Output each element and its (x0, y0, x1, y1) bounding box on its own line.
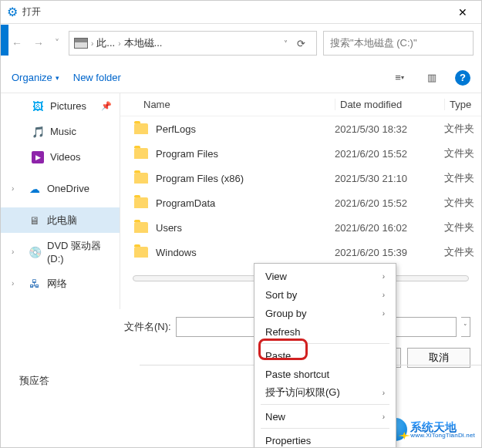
file-row[interactable]: Program Files2021/6/20 15:52文件夹 (120, 141, 481, 166)
nav-back-icon[interactable]: ← (12, 37, 22, 49)
sidebar-item-videos[interactable]: ▶ Videos (1, 144, 120, 170)
chevron-right-icon[interactable]: › (12, 248, 14, 256)
titlebar: ⚙ 打开 ✕ (1, 1, 481, 24)
filename-row: 文件名(N): ˅ (1, 309, 481, 345)
breadcrumb-seg2[interactable]: 本地磁... (124, 36, 163, 50)
organize-menu[interactable]: Organize ▾ (12, 72, 59, 83)
file-date: 2021/5/30 18:32 (335, 123, 444, 135)
chevron-right-icon: › (383, 389, 385, 397)
file-row[interactable]: PerfLogs2021/5/30 18:32文件夹 (120, 116, 481, 141)
sidebar-item-music[interactable]: 🎵 Music (1, 119, 120, 144)
cm-grant-access[interactable]: 授予访问权限(G)› (254, 383, 396, 402)
breadcrumb-seg1[interactable]: 此... (96, 36, 115, 50)
menu-separator (261, 428, 389, 429)
context-menu: View› Sort by› Group by› Refresh Paste P… (254, 263, 396, 448)
file-type: 文件夹 (444, 171, 481, 185)
music-icon: 🎵 (32, 126, 44, 138)
file-row[interactable]: Windows2021/6/20 15:39文件夹 (120, 240, 481, 264)
pin-icon: 📌 (101, 101, 112, 111)
folder-icon (134, 197, 148, 208)
file-name: PerfLogs (156, 123, 335, 135)
chevron-right-icon: › (118, 39, 120, 48)
address-bar[interactable]: › 此... › 本地磁... ˅ ⟳ (69, 31, 317, 56)
file-name: Windows (156, 247, 335, 258)
chevron-right-icon: › (383, 291, 385, 299)
cm-paste-shortcut[interactable]: Paste shortcut (254, 365, 396, 383)
nav-arrows: ← → ˅ (8, 37, 62, 49)
new-folder-button[interactable]: New folder (73, 72, 121, 83)
address-dropdown-icon[interactable]: ˅ (284, 39, 288, 48)
chevron-right-icon[interactable]: › (12, 184, 14, 193)
view-list-icon[interactable]: ≡ ▾ (390, 69, 409, 87)
folder-icon (134, 247, 148, 258)
sidebar-item-dvd[interactable]: › 💿 DVD 驱动器 (D:) (1, 239, 120, 264)
file-type: 文件夹 (444, 147, 481, 160)
file-type: 文件夹 (444, 221, 481, 234)
sidebar-item-network[interactable]: › 🖧 网络 (1, 271, 120, 296)
sidebar-label: Music (50, 126, 76, 137)
file-date: 2021/6/20 16:02 (335, 222, 444, 234)
dvd-icon: 💿 (29, 246, 41, 258)
left-accent-strip (1, 25, 8, 56)
column-date[interactable]: Date modified (335, 99, 444, 110)
cm-sortby[interactable]: Sort by› (254, 285, 396, 304)
sidebar-label: Videos (50, 151, 81, 163)
address-toolbar: ← → ˅ › 此... › 本地磁... ˅ ⟳ 搜索"本地磁盘 (C:)" (1, 24, 481, 62)
dialog-buttons: 打开(O) ▾ 取消 (1, 345, 481, 376)
search-placeholder: 搜索"本地磁盘 (C:)" (330, 36, 417, 50)
file-row[interactable]: Users2021/6/20 16:02文件夹 (120, 215, 481, 240)
chevron-right-icon: › (91, 39, 93, 48)
cm-properties[interactable]: Properties (254, 431, 396, 448)
caret-down-icon: ▾ (56, 74, 59, 82)
sidebar-item-onedrive[interactable]: › ☁ OneDrive (1, 176, 120, 201)
search-input[interactable]: 搜索"本地磁盘 (C:)" (323, 31, 474, 56)
network-icon: 🖧 (29, 278, 41, 290)
watermark-cn: 系统天地 (410, 421, 475, 433)
file-row[interactable]: ProgramData2021/6/20 15:52文件夹 (120, 190, 481, 215)
sidebar: 🖼 Pictures 📌 🎵 Music ▶ Videos › ☁ OneDri… (1, 93, 120, 309)
footer-hint: 预应答 (19, 374, 49, 388)
watermark: 系统天地 www.XiTongTianDi.net (384, 418, 475, 441)
help-icon[interactable]: ? (455, 70, 470, 86)
folder-icon (134, 222, 148, 233)
window-title: 打开 (22, 5, 450, 19)
chevron-right-icon: › (383, 272, 385, 281)
preview-pane-icon[interactable]: ▥ (423, 69, 441, 87)
refresh-icon[interactable]: ⟳ (291, 38, 312, 49)
column-headers: Name Date modified Type (120, 93, 481, 116)
sidebar-label: OneDrive (47, 183, 89, 194)
cm-refresh[interactable]: Refresh (254, 322, 396, 341)
file-date: 2021/6/20 15:52 (335, 148, 444, 160)
file-date: 2021/6/20 15:52 (335, 197, 444, 209)
filter-dropdown[interactable]: ˅ (461, 317, 470, 337)
column-type[interactable]: Type (444, 99, 481, 110)
sidebar-label: 网络 (47, 277, 67, 291)
cm-paste[interactable]: Paste (254, 346, 396, 365)
chevron-right-icon[interactable]: › (12, 279, 14, 288)
sidebar-item-thispc[interactable]: 🖥 此电脑 (1, 207, 120, 233)
sidebar-item-pictures[interactable]: 🖼 Pictures 📌 (1, 93, 120, 119)
file-type: 文件夹 (444, 196, 481, 210)
drive-icon (74, 38, 88, 49)
folder-icon (134, 148, 148, 159)
column-name[interactable]: Name (120, 99, 335, 110)
sidebar-label: Pictures (50, 100, 86, 112)
videos-icon: ▶ (32, 151, 44, 163)
cm-new[interactable]: New› (254, 407, 396, 426)
organize-label: Organize (12, 72, 52, 83)
chevron-right-icon: › (383, 309, 385, 318)
sidebar-label: DVD 驱动器 (D:) (47, 239, 120, 264)
file-name: ProgramData (156, 197, 335, 209)
watermark-en: www.XiTongTianDi.net (410, 433, 475, 439)
cm-view[interactable]: View› (254, 267, 396, 285)
folder-icon (134, 173, 148, 184)
close-button[interactable]: ✕ (450, 3, 475, 22)
nav-up-icon[interactable]: ˅ (55, 38, 59, 49)
cm-groupby[interactable]: Group by› (254, 304, 396, 322)
menu-separator (261, 404, 389, 405)
file-row[interactable]: Program Files (x86)2021/5/30 21:10文件夹 (120, 166, 481, 190)
filename-label: 文件名(N): (124, 320, 171, 334)
sidebar-label: 此电脑 (47, 214, 77, 227)
folder-icon (134, 123, 148, 134)
nav-forward-icon[interactable]: → (33, 37, 44, 49)
